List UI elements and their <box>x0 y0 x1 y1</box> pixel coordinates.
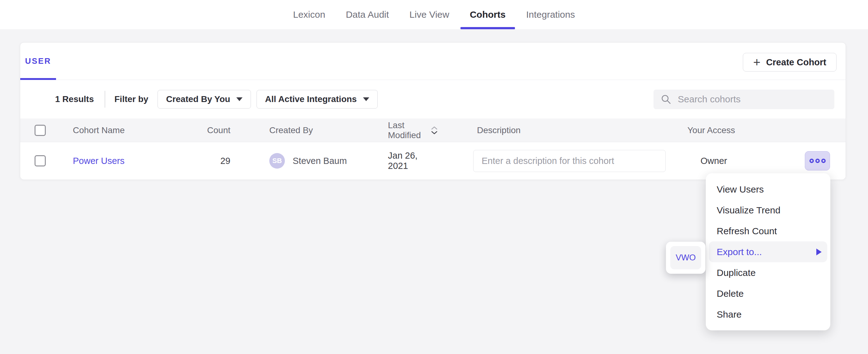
search-cohorts-box[interactable] <box>653 90 834 109</box>
cohort-name-link[interactable]: Power Users <box>73 156 125 166</box>
created-by-filter-label: Created By You <box>166 94 230 104</box>
tab-user[interactable]: USER <box>20 43 56 79</box>
created-by-name: Steven Baum <box>293 156 347 166</box>
top-nav: LexiconData AuditLive ViewCohortsIntegra… <box>0 0 868 29</box>
top-nav-tabs: LexiconData AuditLive ViewCohortsIntegra… <box>284 0 584 29</box>
menu-item-view-users[interactable]: View Users <box>706 179 830 200</box>
search-input[interactable] <box>678 94 828 104</box>
count-value: 29 <box>220 156 230 166</box>
search-icon <box>660 94 672 105</box>
your-access-cell: Owner <box>665 156 845 166</box>
header-checkbox-cell <box>20 125 46 136</box>
cohorts-card: USER + Create Cohort 1 Results Filter by… <box>20 42 846 180</box>
export-submenu: VWO <box>666 242 706 274</box>
sort-icon[interactable] <box>431 126 438 135</box>
more-options-icon <box>821 159 826 163</box>
select-all-checkbox[interactable] <box>35 125 46 136</box>
vertical-divider <box>104 91 105 108</box>
nav-tab-integrations[interactable]: Integrations <box>517 0 584 29</box>
last-modified-value: Jan 26, 2021 <box>388 151 438 171</box>
nav-tab-lexicon[interactable]: Lexicon <box>284 0 334 29</box>
submenu-arrow-icon <box>816 249 822 255</box>
created-by-filter-dropdown[interactable]: Created By You <box>158 90 251 108</box>
avatar: SB <box>269 153 285 169</box>
menu-item-visualize-trend[interactable]: Visualize Trend <box>706 200 830 221</box>
results-count: 1 Results <box>55 94 94 104</box>
header-description: Description <box>438 125 653 135</box>
context-menu: View UsersVisualize TrendRefresh CountEx… <box>706 173 830 330</box>
row-checkbox-cell <box>20 155 46 166</box>
integrations-filter-dropdown[interactable]: All Active Integrations <box>256 90 378 108</box>
card-tab-row: USER + Create Cohort <box>20 43 845 80</box>
menu-item-label: Visualize Trend <box>717 205 780 216</box>
chevron-down-icon <box>363 97 369 101</box>
description-input[interactable] <box>473 150 665 172</box>
menu-item-duplicate[interactable]: Duplicate <box>706 262 830 283</box>
menu-item-refresh-count[interactable]: Refresh Count <box>706 221 830 242</box>
menu-item-export-to[interactable]: Export to... <box>709 242 827 262</box>
chevron-down-icon <box>236 97 243 101</box>
cohort-name-cell: Power Users <box>46 156 184 166</box>
tab-user-label: USER <box>25 56 51 66</box>
menu-item-label: Export to... <box>717 247 762 257</box>
header-created-by: Created By <box>230 125 349 135</box>
nav-tab-live-view[interactable]: Live View <box>400 0 459 29</box>
integrations-filter-label: All Active Integrations <box>265 94 357 104</box>
menu-item-label: Delete <box>717 288 744 299</box>
nav-tab-data-audit[interactable]: Data Audit <box>337 0 398 29</box>
filter-by-label: Filter by <box>115 94 149 104</box>
nav-tab-cohorts[interactable]: Cohorts <box>461 0 515 29</box>
more-options-icon <box>809 159 814 163</box>
menu-item-label: Share <box>717 309 742 320</box>
export-target-vwo[interactable]: VWO <box>670 246 701 269</box>
menu-item-delete[interactable]: Delete <box>706 283 830 304</box>
header-your-access: Your Access <box>653 125 845 135</box>
header-last-modified-label: Last Modified <box>388 120 427 140</box>
menu-item-share[interactable]: Share <box>706 304 830 325</box>
plus-icon: + <box>753 56 760 68</box>
create-cohort-button[interactable]: + Create Cohort <box>743 53 837 71</box>
header-cohort-name: Cohort Name <box>46 125 184 135</box>
menu-item-label: Duplicate <box>717 267 755 278</box>
create-cohort-label: Create Cohort <box>766 57 826 67</box>
filter-row: 1 Results Filter by Created By You All A… <box>20 80 845 119</box>
menu-item-label: Refresh Count <box>717 226 777 236</box>
last-modified-cell: Jan 26, 2021 <box>349 151 438 171</box>
access-value: Owner <box>701 156 727 166</box>
row-actions-button[interactable] <box>805 151 830 170</box>
header-last-modified[interactable]: Last Modified <box>349 120 438 140</box>
description-cell <box>438 150 665 172</box>
menu-item-label: View Users <box>717 184 764 195</box>
table-header: Cohort Name Count Created By Last Modifi… <box>20 119 845 142</box>
row-checkbox[interactable] <box>35 155 46 166</box>
header-count: Count <box>184 125 230 135</box>
more-options-icon <box>815 159 820 163</box>
created-by-cell: SB Steven Baum <box>230 153 349 169</box>
count-cell: 29 <box>184 156 230 166</box>
